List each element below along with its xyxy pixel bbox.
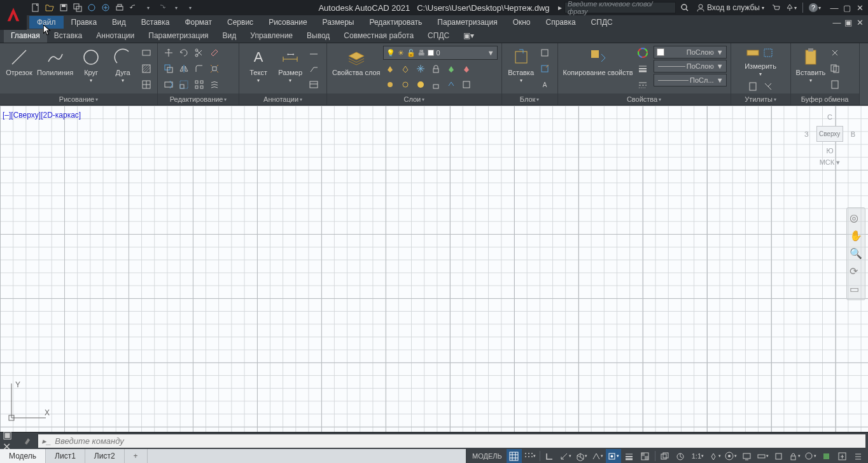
layer-walk-icon[interactable] <box>459 78 473 92</box>
linear-dim-icon[interactable] <box>307 46 321 60</box>
text-button[interactable]: AТекст▾ <box>243 46 274 92</box>
lineweight-dropdown[interactable]: ПоСлою▼ <box>654 60 727 73</box>
explode-icon[interactable] <box>207 62 221 76</box>
layer-make-icon[interactable] <box>444 62 458 76</box>
nav-orbit-icon[interactable]: ⟳ <box>850 265 862 278</box>
measure-icon[interactable] <box>746 46 760 60</box>
block-edit-icon[interactable] <box>538 62 552 76</box>
measure-button[interactable]: Измерить▾ <box>741 61 780 78</box>
drawing-area[interactable]: [–][Сверху][2D-каркас] YX С З Сверху В Ю… <box>0 106 868 432</box>
layer-unlock-icon[interactable] <box>429 78 443 92</box>
viewcube[interactable]: С З Сверху В Ю МСК ▾ <box>804 113 855 167</box>
status-ortho-icon[interactable] <box>542 449 557 463</box>
lineweight-icon[interactable] <box>636 62 650 76</box>
table-icon[interactable] <box>307 78 321 92</box>
nav-zoom-icon[interactable]: 🔍 <box>850 247 862 260</box>
copy-clip-icon[interactable] <box>828 62 842 76</box>
quickselect-icon[interactable] <box>761 79 775 93</box>
layer-uniso-icon[interactable] <box>398 78 412 92</box>
status-polar-icon[interactable]: ▾ <box>558 449 573 463</box>
tab-collaborate[interactable]: Совместная работа <box>337 29 421 43</box>
search-icon[interactable] <box>678 1 691 14</box>
tab-manage[interactable]: Управление <box>243 29 300 43</box>
web-open-icon[interactable] <box>85 1 98 14</box>
scale-icon[interactable] <box>177 78 191 92</box>
status-annovisibility-icon[interactable]: ▾ <box>707 449 722 463</box>
undo-icon[interactable] <box>127 1 140 14</box>
leader-icon[interactable] <box>307 62 321 76</box>
nav-pan-icon[interactable]: ✋ <box>850 230 862 242</box>
circle-button[interactable]: Круг▾ <box>76 46 106 92</box>
mdi-restore[interactable]: ▣ <box>843 18 854 27</box>
status-isolate-icon[interactable]: ▾ <box>802 449 818 463</box>
panel-utils-title[interactable]: Утилиты <box>731 93 790 105</box>
minimize-button[interactable]: — <box>829 3 840 13</box>
app-logo[interactable] <box>0 0 27 30</box>
status-units-icon[interactable]: ▾ <box>755 449 770 463</box>
redo-icon[interactable] <box>155 1 168 14</box>
menu-parametric[interactable]: Параметризация <box>430 16 505 29</box>
layer-props-button[interactable]: Свойства слоя <box>331 46 381 92</box>
nav-showmotion-icon[interactable]: ▭ <box>850 283 862 296</box>
mdi-minimize[interactable]: — <box>831 18 843 27</box>
web-save-icon[interactable] <box>99 1 112 14</box>
select-all-icon[interactable] <box>761 46 775 60</box>
panel-props-title[interactable]: Свойства <box>558 93 731 105</box>
panel-anno-title[interactable]: Аннотации <box>239 93 326 105</box>
layer-off-icon[interactable] <box>383 62 397 76</box>
color-wheel-icon[interactable] <box>636 46 650 60</box>
fillet-icon[interactable] <box>192 62 206 76</box>
status-model-button[interactable]: МОДЕЛЬ <box>468 449 506 463</box>
saveas-icon[interactable] <box>71 1 84 14</box>
status-hardware-icon[interactable] <box>818 449 834 463</box>
tab-spds[interactable]: СПДС <box>421 29 456 43</box>
layer-match-icon[interactable] <box>459 62 473 76</box>
cut-icon[interactable] <box>828 46 842 60</box>
tab-layout1[interactable]: Лист1 <box>46 449 85 463</box>
app-share-icon[interactable]: ▾ <box>785 1 797 14</box>
menu-view[interactable]: Вид <box>104 16 134 29</box>
array-icon[interactable] <box>192 78 206 92</box>
tab-model[interactable]: Модель <box>0 449 46 463</box>
tab-insert[interactable]: Вставка <box>47 29 90 43</box>
open-icon[interactable] <box>43 1 56 14</box>
maximize-button[interactable]: ▢ <box>841 3 853 13</box>
print-icon[interactable] <box>113 1 126 14</box>
qat-customize[interactable] <box>183 1 196 14</box>
viewcube-top-face[interactable]: Сверху <box>816 126 843 142</box>
cart-icon[interactable] <box>769 1 782 14</box>
viewcube-wcs[interactable]: МСК ▾ <box>804 158 855 167</box>
offset-icon[interactable] <box>207 78 221 92</box>
status-annoscale-icon[interactable] <box>673 449 689 463</box>
status-cycling-icon[interactable] <box>657 449 673 463</box>
linetype-dropdown[interactable]: ПоСл...▼ <box>654 74 727 86</box>
menu-dimension[interactable]: Размеры <box>315 16 362 29</box>
line-button[interactable]: Отрезок <box>4 46 34 92</box>
tab-home[interactable]: Главная <box>4 29 47 43</box>
menu-format[interactable]: Формат <box>177 16 220 29</box>
status-osnap-icon[interactable]: ▾ <box>606 449 621 463</box>
mdi-close[interactable]: ✕ <box>854 18 865 27</box>
menu-modify[interactable]: Редактировать <box>361 16 430 29</box>
nav-fullnav-icon[interactable]: ◎ <box>850 212 862 225</box>
layer-dropdown[interactable]: 💡 ☀ 🔓 🖶 0 ▼ <box>383 46 498 60</box>
menu-help[interactable]: Справка <box>538 16 584 29</box>
block-attr-icon[interactable]: A <box>538 78 552 92</box>
status-scale-label[interactable]: 1:1▾ <box>689 449 706 463</box>
menu-edit[interactable]: Правка <box>64 16 105 29</box>
color-dropdown[interactable]: ПоСлою▼ <box>654 46 727 59</box>
linetype-icon[interactable] <box>636 78 650 92</box>
status-lockui-icon[interactable]: ▾ <box>787 449 802 463</box>
command-input[interactable]: ▸_ Введите команду <box>38 434 865 448</box>
dimension-button[interactable]: ⟷Размер▾ <box>275 46 305 92</box>
insert-block-button[interactable]: Вставка▾ <box>506 46 536 92</box>
copy-icon[interactable] <box>162 62 176 76</box>
status-autosnap-icon[interactable]: ▾ <box>590 449 605 463</box>
cmd-customize-icon[interactable] <box>20 434 34 448</box>
tab-output[interactable]: Вывод <box>300 29 337 43</box>
layer-freeze-icon[interactable] <box>414 62 428 76</box>
status-switchws-icon[interactable]: ▾ <box>723 449 738 463</box>
new-icon[interactable] <box>29 1 42 14</box>
close-button[interactable]: ✕ <box>854 3 865 13</box>
status-grid-icon[interactable] <box>507 449 522 463</box>
